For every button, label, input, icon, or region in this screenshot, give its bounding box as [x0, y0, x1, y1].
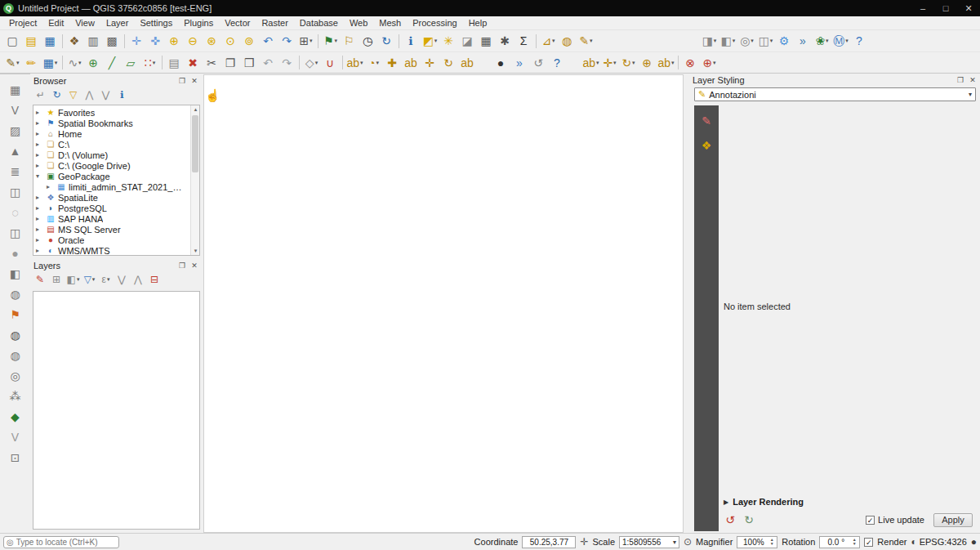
- menu-view[interactable]: View: [69, 17, 100, 29]
- browser-item-mssql[interactable]: ▸ ▤ MS SQL Server: [33, 224, 189, 235]
- redo-button[interactable]: ↷: [278, 54, 296, 72]
- show-layout-manager-button[interactable]: ▩: [103, 32, 122, 50]
- geometry-checker-button[interactable]: ⊗: [681, 54, 700, 72]
- digitize-with-curve-button[interactable]: ∿▾: [65, 54, 84, 72]
- menu-database[interactable]: Database: [294, 17, 344, 29]
- close-panel-icon[interactable]: ✕: [189, 262, 199, 270]
- browser-item-spatial-bookmarks[interactable]: ▸ ⚑ Spatial Bookmarks: [33, 118, 189, 128]
- open-layer-styling-panel-button[interactable]: ✎: [33, 272, 48, 287]
- live-update-checkbox[interactable]: ✓: [866, 516, 875, 525]
- python-console-button[interactable]: »: [794, 32, 813, 50]
- pin-labels-button[interactable]: ✚: [383, 54, 402, 72]
- zoom-next-button[interactable]: ↷: [278, 32, 296, 50]
- undock-panel-icon[interactable]: ❐: [956, 76, 965, 84]
- menu-layer[interactable]: Layer: [100, 17, 135, 29]
- rotate-label-button[interactable]: ↻: [439, 54, 458, 72]
- expand-arrow-icon[interactable]: ▸: [36, 247, 45, 254]
- save-project-button[interactable]: ▦: [41, 32, 60, 50]
- layer-diagram-button[interactable]: ◔▾: [364, 54, 383, 72]
- cut-features-button[interactable]: ✂: [203, 54, 221, 72]
- add-hana-layer-button[interactable]: ◧: [6, 265, 25, 283]
- expand-arrow-icon[interactable]: ▸: [36, 109, 45, 116]
- coordinate-input[interactable]: [522, 536, 576, 548]
- layer-rendering-expander[interactable]: ▶ Layer Rendering: [724, 497, 804, 507]
- expand-arrow-icon[interactable]: ▸: [36, 226, 45, 233]
- move-label-diagram-button[interactable]: ✛▾: [600, 54, 619, 72]
- filter-legend-by-expression-button[interactable]: ε▾: [98, 272, 114, 287]
- close-button[interactable]: ✕: [957, 0, 980, 16]
- manage-map-themes-button[interactable]: ◧▾: [65, 272, 81, 287]
- osm-place-search-button[interactable]: ●: [492, 54, 510, 72]
- browser-item-d-drive[interactable]: ▸ ❏ D:\ (Volume): [33, 150, 189, 160]
- add-vector-layer-button[interactable]: V: [6, 101, 25, 119]
- expand-arrow-icon[interactable]: ▸: [36, 130, 45, 137]
- modify-attributes-button[interactable]: ▤: [165, 54, 184, 72]
- expand-arrow-icon[interactable]: ▸: [36, 162, 45, 169]
- layer-selector-combo[interactable]: ✎ Annotazioni ▾: [694, 87, 976, 101]
- browser-item-google-drive[interactable]: ▸ ❏ C:\ (Google Drive): [33, 160, 189, 171]
- spin-arrows-icon[interactable]: ▲▼: [768, 537, 776, 548]
- render-checkbox[interactable]: ✓: [864, 538, 873, 547]
- add-raster-layer-button[interactable]: ▨: [6, 122, 25, 140]
- select-features-button[interactable]: ◩▾: [421, 32, 439, 50]
- browser-item-postgresql[interactable]: ▸ ◗ PostgreSQL: [33, 203, 189, 213]
- undock-panel-icon[interactable]: ❐: [177, 262, 187, 270]
- enable-tracing-button[interactable]: ◇▾: [302, 54, 321, 72]
- pan-map-button[interactable]: ✛: [127, 32, 146, 50]
- browser-scrollbar[interactable]: ▴ ▾: [190, 105, 199, 255]
- save-layer-edits-button[interactable]: ▦▾: [41, 54, 60, 72]
- spin-arrows-icon[interactable]: ▲▼: [850, 537, 858, 548]
- menu-plugins[interactable]: Plugins: [178, 17, 219, 29]
- map-canvas[interactable]: ☝: [203, 74, 684, 533]
- add-oracle-layer-button[interactable]: ●: [6, 244, 25, 262]
- add-point-cloud-layer-button[interactable]: ⁂: [6, 387, 25, 405]
- browser-item-gpkg-file[interactable]: ▸ ▦ limiti_admin_STAT_2021_WGS84.gpkg: [33, 181, 189, 192]
- add-spatialite-layer-button[interactable]: ◌: [6, 203, 25, 221]
- zoom-last-button[interactable]: ↶: [259, 32, 278, 50]
- open-attribute-table-button[interactable]: ▦: [477, 32, 496, 50]
- open-project-button[interactable]: ▤: [22, 32, 41, 50]
- expand-all-button[interactable]: ⋁: [98, 87, 114, 102]
- move-label-button[interactable]: ✛: [421, 54, 439, 72]
- style-undo-button[interactable]: ↺: [722, 512, 738, 527]
- pin-unpin-labels-button[interactable]: ⊕: [638, 54, 657, 72]
- menu-project[interactable]: Project: [3, 17, 42, 29]
- layer-effects-tab[interactable]: ❖: [697, 136, 715, 154]
- zoom-in-button[interactable]: ⊕: [165, 32, 184, 50]
- scroll-down-icon[interactable]: ▾: [191, 247, 200, 255]
- menu-help[interactable]: Help: [463, 17, 493, 29]
- current-edits-button[interactable]: ✎▾: [3, 54, 22, 72]
- menu-processing[interactable]: Processing: [407, 17, 462, 29]
- undock-panel-icon[interactable]: ❐: [177, 77, 187, 85]
- browser-item-spatialite[interactable]: ▸ ❖ SpatiaLite: [33, 192, 189, 203]
- scale-combo[interactable]: 1:5809556 ▾: [619, 536, 679, 548]
- rotate-label-diagram-button[interactable]: ↻▾: [619, 54, 638, 72]
- add-wcs-layer-button[interactable]: ◍: [6, 326, 25, 344]
- undo-button[interactable]: ↶: [259, 54, 278, 72]
- deselect-features-button[interactable]: ◫▾: [756, 32, 775, 50]
- apply-button[interactable]: Apply: [933, 513, 973, 527]
- browser-item-home[interactable]: ▸ ⌂ Home: [33, 128, 189, 139]
- add-mesh-layer-button[interactable]: ▲: [6, 142, 25, 160]
- menu-settings[interactable]: Settings: [134, 17, 178, 29]
- measure-line-button[interactable]: ⊿▾: [539, 32, 558, 50]
- profile-tool-button[interactable]: ⊕▾: [700, 54, 719, 72]
- add-arcgis-layer-button[interactable]: ◎: [6, 367, 25, 385]
- metasearch-button[interactable]: Ⓜ▾: [831, 32, 850, 50]
- toggle-extents-icon[interactable]: ✛: [580, 536, 588, 548]
- add-line-feature-button[interactable]: ╱: [103, 54, 122, 72]
- temporal-controller-button[interactable]: ◷: [359, 32, 377, 50]
- refresh-browser-button[interactable]: ↻: [49, 87, 65, 102]
- processing-history-button[interactable]: ↺: [529, 54, 548, 72]
- filter-browser-button[interactable]: ▽: [65, 87, 81, 102]
- refresh-map-button[interactable]: ↻: [377, 32, 396, 50]
- layers-list[interactable]: [33, 291, 200, 530]
- new-virtual-layer-button[interactable]: ⊡: [6, 449, 25, 467]
- select-by-polygon-button[interactable]: ◧▾: [719, 32, 737, 50]
- expand-arrow-icon[interactable]: ▸: [36, 236, 45, 244]
- statistics-button[interactable]: Σ: [514, 32, 533, 50]
- select-by-expression-button[interactable]: ✳: [439, 32, 458, 50]
- add-group-button[interactable]: ⊞: [49, 272, 65, 287]
- new-map-view-button[interactable]: ⊞▾: [296, 32, 315, 50]
- filter-legend-button[interactable]: ▽▾: [82, 272, 97, 287]
